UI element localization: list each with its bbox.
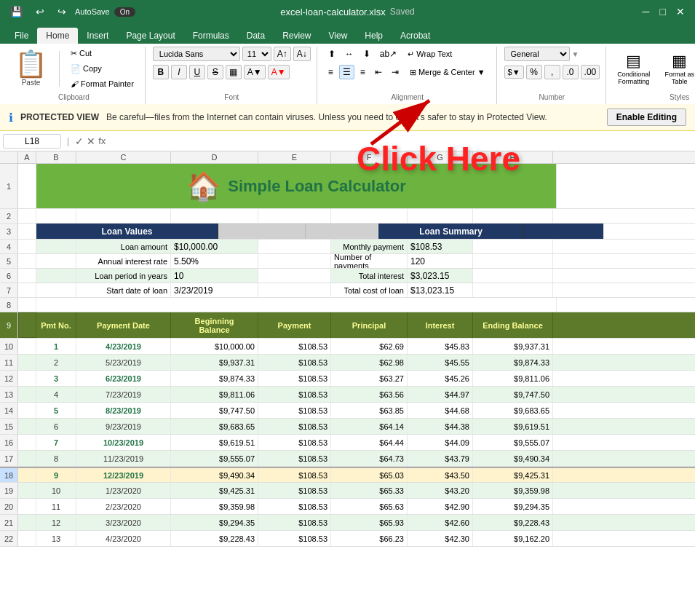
cell-g-data[interactable]: $44.09 (408, 435, 473, 450)
cell-d-data[interactable]: $9,294.35 (171, 515, 258, 530)
cell-a-data[interactable] (18, 339, 36, 354)
cell-b-data[interactable]: 9 (36, 468, 76, 482)
cell-f4[interactable]: Monthly payment (331, 240, 408, 253)
align-middle-button[interactable]: ↔ (341, 47, 357, 61)
cell-d-data[interactable]: $9,874.33 (171, 371, 258, 386)
font-increase-btn[interactable]: A↑ (274, 47, 291, 61)
cell-a8[interactable] (18, 298, 36, 312)
cell-e-data[interactable]: $108.53 (258, 355, 331, 370)
col-header-d[interactable]: D (171, 151, 258, 163)
cell-d5[interactable]: 5.50% (171, 254, 258, 268)
cell-h4[interactable] (473, 240, 553, 253)
copy-button[interactable]: 📄 Copy (65, 62, 139, 76)
cell-d4[interactable]: $10,000.00 (171, 240, 258, 253)
cell-a-data[interactable] (18, 483, 36, 498)
autosave-toggle[interactable]: On (114, 7, 135, 17)
cell-c-data[interactable]: 10/23/2019 (76, 435, 171, 450)
cell-c-data[interactable]: 7/23/2019 (76, 387, 171, 402)
cell-d6[interactable]: 10 (171, 269, 258, 283)
cell-b-data[interactable]: 4 (36, 387, 76, 402)
cell-h-data[interactable]: $9,683.65 (473, 403, 553, 418)
cell-e-data[interactable]: $108.53 (258, 387, 331, 402)
cell-a-data[interactable] (18, 451, 36, 466)
conditional-formatting-btn[interactable]: ▤ ConditionalFormatting (613, 50, 654, 87)
cell-g-data[interactable]: $45.55 (408, 355, 473, 370)
align-right-button[interactable]: ≡ (357, 65, 369, 79)
cell-b2[interactable] (36, 209, 76, 223)
font-name-select[interactable]: Lucida Sans (153, 47, 240, 61)
enable-editing-button[interactable]: Enable Editing (607, 108, 686, 126)
font-decrease-btn[interactable]: A↓ (293, 47, 311, 61)
cell-g-data[interactable]: $42.90 (408, 499, 473, 514)
align-center-button[interactable]: ☰ (339, 65, 354, 79)
cell-g-data[interactable]: $42.30 (408, 531, 473, 546)
cell-h5[interactable] (473, 254, 553, 268)
cell-c-data[interactable]: 8/23/2019 (76, 403, 171, 418)
cell-e-data[interactable]: $108.53 (258, 468, 331, 482)
tab-insert[interactable]: Insert (78, 28, 117, 44)
cell-h3[interactable] (524, 224, 604, 239)
cell-f-data[interactable]: $64.44 (331, 435, 408, 450)
align-bottom-button[interactable]: ⬇ (360, 47, 374, 61)
cell-c-data[interactable]: 5/23/2019 (76, 355, 171, 370)
cell-c-data[interactable]: 4/23/2019 (76, 339, 171, 354)
cell-b8-h8[interactable] (36, 298, 557, 312)
cell-h-data[interactable]: $9,937.31 (473, 339, 553, 354)
font-size-select[interactable]: 11 (242, 47, 271, 61)
cell-d-data[interactable]: $9,619.51 (171, 435, 258, 450)
cell-d2[interactable] (171, 209, 258, 223)
cell-d-data[interactable]: $9,811.06 (171, 387, 258, 402)
cell-h-data[interactable]: $9,619.51 (473, 419, 553, 434)
tab-formulas[interactable]: Formulas (184, 28, 238, 44)
cell-b-data[interactable]: 12 (36, 515, 76, 530)
cell-f-data[interactable]: $64.73 (331, 451, 408, 466)
paste-button[interactable]: 📋 (9, 51, 53, 77)
cell-f-data[interactable]: $63.27 (331, 371, 408, 386)
cell-g-data[interactable]: $44.97 (408, 387, 473, 402)
cell-b6[interactable] (36, 269, 76, 283)
cell-e2[interactable] (258, 209, 331, 223)
orientation-button[interactable]: ab↗ (376, 47, 400, 61)
borders-button[interactable]: ▦ (226, 65, 242, 79)
cell-b5[interactable] (36, 254, 76, 268)
cell-b-data[interactable]: 2 (36, 355, 76, 370)
tab-view[interactable]: View (320, 28, 357, 44)
cell-c5[interactable]: Annual interest rate (76, 254, 171, 268)
comma-btn[interactable]: , (544, 65, 560, 79)
cell-a-data[interactable] (18, 403, 36, 418)
cell-e4[interactable] (258, 240, 331, 253)
cell-g6[interactable]: $3,023.15 (408, 269, 473, 283)
redo-icon[interactable]: ↪ (53, 4, 71, 19)
bold-button[interactable]: B (153, 65, 169, 79)
tab-data[interactable]: Data (238, 28, 274, 44)
align-top-button[interactable]: ⬆ (325, 47, 339, 61)
cell-a-data[interactable] (18, 371, 36, 386)
cell-b-data[interactable]: 3 (36, 371, 76, 386)
cell-f-data[interactable]: $65.63 (331, 499, 408, 514)
decrease-indent-button[interactable]: ⇤ (371, 65, 386, 79)
cell-b-data[interactable]: 1 (36, 339, 76, 354)
cell-h6[interactable] (473, 269, 553, 283)
cell-e6[interactable] (258, 269, 331, 283)
cell-h-data[interactable]: $9,490.34 (473, 451, 553, 466)
close-btn[interactable]: ✕ (672, 4, 689, 19)
cell-e-data[interactable]: $108.53 (258, 515, 331, 530)
cell-e-data[interactable]: $108.53 (258, 435, 331, 450)
cell-c-data[interactable]: 2/23/2020 (76, 499, 171, 514)
col-header-b[interactable]: B (36, 151, 76, 163)
cell-a-data[interactable] (18, 355, 36, 370)
cell-c-data[interactable]: 6/23/2019 (76, 371, 171, 386)
cell-h-data[interactable]: $9,555.07 (473, 435, 553, 450)
maximize-btn[interactable]: □ (656, 4, 670, 19)
cell-e-data[interactable]: $108.53 (258, 531, 331, 546)
cell-f-data[interactable]: $65.03 (331, 468, 408, 482)
cell-d-data[interactable]: $10,000.00 (171, 339, 258, 354)
strikethrough-button[interactable]: S (207, 65, 223, 79)
cell-d-data[interactable]: $9,359.98 (171, 499, 258, 514)
cell-d3[interactable] (218, 224, 306, 239)
cell-a7[interactable] (18, 283, 36, 297)
cell-e7[interactable] (258, 283, 331, 297)
cell-c-data[interactable]: 3/23/2020 (76, 515, 171, 530)
cell-h-data[interactable]: $9,811.06 (473, 371, 553, 386)
cell-c-data[interactable]: 9/23/2019 (76, 419, 171, 434)
